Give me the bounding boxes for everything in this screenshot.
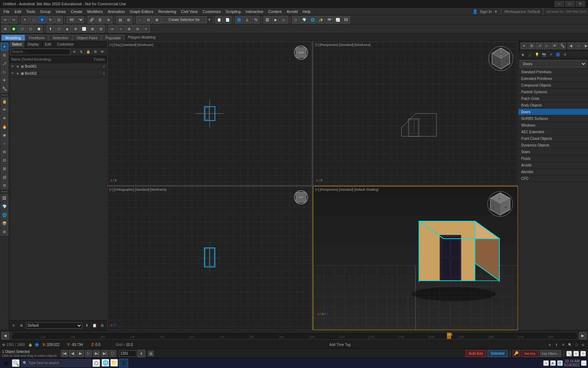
lock-sel-icon[interactable]: 🔒 [28, 342, 33, 348]
task-explorer-icon[interactable]: 📁 [110, 359, 118, 367]
layer-toggle-btn[interactable]: ≡ [10, 322, 17, 329]
menu-group[interactable]: Group [38, 9, 53, 14]
motion-icon[interactable]: ▷ [1, 68, 8, 76]
env-icon[interactable]: 🌐 [1, 211, 8, 219]
properties-icon[interactable]: ⚙ [1, 182, 8, 189]
border-select-button[interactable]: ⬡ [27, 25, 34, 33]
bridge-button[interactable]: ⊠ [89, 25, 96, 33]
menu-views[interactable]: Views [54, 9, 68, 14]
task-3dsmax-icon[interactable]: 3 [119, 359, 128, 367]
category-dropdown[interactable]: Doors Standard Primitives Extended Primi… [520, 60, 587, 67]
extrude-button[interactable]: ⬆ [47, 25, 54, 33]
scene-options-btn[interactable]: ⚙ [92, 49, 98, 55]
chamfer-button[interactable]: ◈ [63, 25, 71, 33]
hide-icon[interactable]: ◉ [1, 131, 8, 139]
schematic-button[interactable]: ⬡ [292, 16, 300, 23]
cat-body-objects[interactable]: Body Objects [518, 102, 588, 109]
status-icon-4[interactable]: 🔍 [567, 342, 573, 348]
scene-freeze-btn[interactable]: ❄ [99, 49, 105, 55]
connect-button[interactable]: ⊕ [72, 25, 79, 33]
rp-icon-hierarchy[interactable]: ⎇ [536, 42, 543, 49]
grow-button[interactable]: ⊕ [125, 25, 133, 33]
cat-nurbs-surfaces[interactable]: NURBS Surfaces [518, 115, 588, 122]
material-editor-button[interactable]: 💎 [300, 16, 308, 23]
layer-manage-btn[interactable]: 📋 [91, 322, 98, 329]
modifier-list-button[interactable]: ⊕ [1, 25, 9, 33]
rp-icon-create[interactable]: ✦ [520, 42, 527, 49]
element-select-button[interactable]: ⬣ [35, 25, 43, 33]
search-key-btn[interactable]: 🔍 [566, 351, 572, 356]
taskbar-clock[interactable]: 10:14 AM 5/19/2022 [564, 359, 580, 367]
status-icon-6[interactable]: ⊞ [580, 342, 586, 348]
select-filter-dropdown[interactable]: All [66, 16, 84, 23]
spacing-button[interactable]: ⊠ [153, 16, 161, 23]
close-button[interactable]: ✕ [575, 1, 585, 7]
polygon-select-button[interactable]: ⬟ [10, 25, 18, 33]
menu-content[interactable]: Content [266, 9, 284, 14]
scene-lock-btn[interactable]: 🔒 [85, 49, 91, 55]
create-icon[interactable]: ✦ [1, 43, 8, 50]
layer-options-btn[interactable]: ⬇ [84, 322, 90, 329]
menu-modifiers[interactable]: Modifiers [85, 9, 105, 14]
menu-civil-view[interactable]: Civil View [179, 9, 200, 14]
menu-file[interactable]: File [1, 9, 12, 14]
eye-icon[interactable]: 👁 [1, 106, 8, 114]
track-view-button[interactable]: 📈 [334, 16, 342, 23]
display-icon[interactable]: 👁 [1, 76, 8, 84]
rp-expand[interactable]: ↔ [575, 42, 582, 49]
menu-rendering[interactable]: Rendering [156, 9, 178, 14]
link-button[interactable]: 🔗 [88, 16, 96, 23]
task-view-icon[interactable]: ⬡ [92, 359, 100, 367]
timeline-next-btn[interactable]: ▶ [579, 332, 587, 340]
tab-object-paint[interactable]: Object Paint [73, 35, 102, 41]
menu-graph-editors[interactable]: Graph Editors [128, 9, 156, 14]
tab-modeling[interactable]: Modeling [1, 35, 25, 41]
select-region-button[interactable]: ⬚ [30, 16, 37, 23]
bevel-button[interactable]: ⬡ [55, 25, 63, 33]
rp-icon-modify[interactable]: ⊞ [528, 42, 535, 49]
viewport-perspective-shaded[interactable]: [+] [Perspective] [Standard] [Default Sh… [313, 186, 518, 330]
layer-manager-icon[interactable]: ▤ [1, 173, 8, 181]
cat-standard-primitives[interactable]: Standard Primitives [518, 69, 588, 75]
rpt-camera[interactable]: 📷 [541, 52, 547, 58]
timeline-prev-btn[interactable]: ◀ [1, 332, 9, 340]
rp-chevron-right[interactable]: ▶ [583, 42, 588, 49]
rp-icon-motion[interactable]: ▷ [544, 42, 551, 49]
menu-customize[interactable]: Customize [201, 9, 223, 14]
mirror-button[interactable]: ↔ [136, 16, 144, 23]
set-key-btn[interactable]: 🔑 [513, 350, 520, 357]
layout-icon[interactable]: ⊞ [1, 228, 8, 236]
prev-frame-btn[interactable]: ◀ [69, 350, 76, 357]
invert-sel-icon[interactable]: ⊠ [1, 165, 8, 172]
rp-icon-utils[interactable]: 🔧 [559, 42, 566, 49]
menu-help[interactable]: Help [301, 9, 313, 14]
scene-sort-btn[interactable]: ⇅ [78, 49, 84, 55]
select-button[interactable]: ↖ [21, 16, 29, 23]
named-sel2-button[interactable]: 📄 [224, 16, 231, 23]
cat-stairs[interactable]: Stairs [518, 149, 588, 155]
scene-tab-select[interactable]: Select [9, 41, 25, 47]
flip-button[interactable]: ⊟ [97, 25, 105, 33]
percent-snap-button[interactable]: % [252, 16, 260, 23]
auto-key-button[interactable]: Auto Key [465, 350, 486, 357]
unfreeze-icon[interactable]: 🔥 [1, 123, 8, 130]
dot-btn[interactable]: • [142, 25, 150, 33]
snap-mode-icon[interactable]: 🔵 [34, 342, 40, 348]
add-time-tag-btn[interactable]: Add Time Tag [329, 343, 351, 347]
frame-nav-btn[interactable]: ⬇ [138, 350, 145, 357]
rp-chevron-left[interactable]: ◀ [567, 42, 574, 49]
hierarchy-icon[interactable]: ⎇ [1, 60, 8, 67]
key-options-btn[interactable]: ⊞ [573, 351, 579, 356]
scene-tab-edit[interactable]: Edit [42, 41, 54, 47]
rpt-systems[interactable]: ⚙ [562, 52, 568, 58]
scene-filter-btn[interactable]: ✕ [71, 49, 77, 55]
cat-compound-objects[interactable]: Compound Objects [518, 82, 588, 89]
tab-freeform[interactable]: Freeform [25, 35, 49, 41]
start-button[interactable]: ⊞ [1, 359, 10, 368]
viewport-perspective-wire[interactable]: [+] [Perspective] [Standard] [Wireframe] [313, 41, 518, 185]
render-scene-button[interactable]: 🖼 [264, 16, 271, 23]
viewport-ortho[interactable]: [+] [Orthographic] [Standard] [Wireframe… [107, 186, 312, 330]
motion-mixer-button[interactable]: 🎞 [342, 16, 350, 23]
rp-icon-display[interactable]: 👁 [551, 42, 558, 49]
snap-button[interactable]: 🔵 [235, 16, 243, 23]
